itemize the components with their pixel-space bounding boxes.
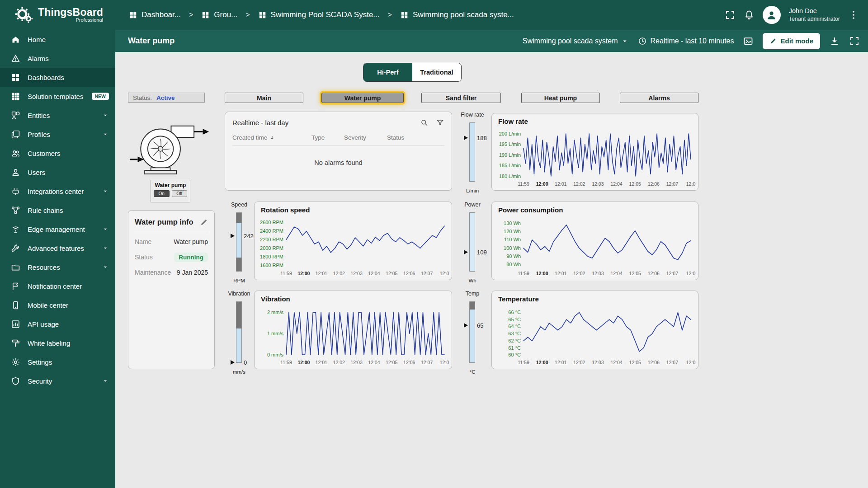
svg-text:2200 RPM: 2200 RPM bbox=[260, 237, 283, 242]
chevron-down-icon bbox=[102, 263, 109, 271]
status-badge: Running bbox=[174, 253, 208, 262]
alarms-table-header: Created timeTypeSeverityStatus bbox=[232, 134, 444, 145]
dashboard-select[interactable]: Swimming pool scada system bbox=[523, 37, 629, 45]
pump-info-card: Water pump info NameWater pumpStatusRunn… bbox=[128, 210, 215, 369]
sidebar-item-entities[interactable]: Entities bbox=[0, 106, 115, 125]
sidebar-item-edge-management[interactable]: Edge management bbox=[0, 220, 115, 239]
filter-icon[interactable] bbox=[436, 118, 444, 127]
status-label: Status: bbox=[133, 94, 152, 101]
svg-text:12:03: 12:03 bbox=[592, 271, 604, 276]
screenshot-icon[interactable] bbox=[743, 36, 754, 47]
svg-text:110 Wh: 110 Wh bbox=[504, 237, 521, 242]
dashboard-canvas: Hi-PerfTraditional Status: Active bbox=[115, 52, 868, 488]
sidebar-item-integrations-center[interactable]: Integrations center bbox=[0, 182, 115, 201]
sidebar-item-alarms[interactable]: Alarms bbox=[0, 49, 115, 68]
breadcrumb-item[interactable]: Dashboar... bbox=[129, 10, 181, 19]
avatar[interactable] bbox=[763, 6, 781, 24]
chevron-down-icon bbox=[621, 37, 629, 45]
breadcrumb-separator: > bbox=[189, 11, 193, 19]
column-status[interactable]: Status bbox=[387, 134, 404, 141]
home-icon bbox=[11, 35, 20, 44]
pencil-icon bbox=[769, 38, 777, 45]
profiles-icon bbox=[11, 130, 20, 139]
gauge-value: 109 bbox=[477, 249, 487, 255]
sidebar-item-users[interactable]: Users bbox=[0, 163, 115, 182]
svg-text:12:01: 12:01 bbox=[316, 360, 327, 365]
chevron-down-icon bbox=[102, 225, 109, 233]
sidebar-item-rule-chains[interactable]: Rule chains bbox=[0, 201, 115, 220]
pump-off-button[interactable]: Off bbox=[172, 190, 188, 197]
svg-text:100 Wh: 100 Wh bbox=[504, 245, 521, 251]
view-toggle-traditional[interactable]: Traditional bbox=[412, 63, 461, 81]
sidebar-item-api-usage[interactable]: API usage bbox=[0, 314, 115, 333]
svg-text:12:02: 12:02 bbox=[333, 360, 345, 365]
svg-text:12:05: 12:05 bbox=[629, 360, 641, 365]
view-toggle-hi-perf[interactable]: Hi-Perf bbox=[363, 63, 412, 81]
sidebar-item-settings[interactable]: Settings bbox=[0, 352, 115, 371]
sidebar-item-solution-templates[interactable]: Solution templatesNEW bbox=[0, 87, 115, 106]
column-type[interactable]: Type bbox=[311, 134, 344, 141]
sidebar-item-white-labeling[interactable]: White labeling bbox=[0, 333, 115, 352]
gauge-bar bbox=[236, 212, 242, 272]
sidebar-item-notification-center[interactable]: Notification center bbox=[0, 277, 115, 296]
sidebar-item-customers[interactable]: Customers bbox=[0, 144, 115, 163]
tab-alarms[interactable]: Alarms bbox=[620, 93, 698, 103]
edit-pencil-icon[interactable] bbox=[200, 218, 208, 226]
notifications-bell-icon[interactable] bbox=[744, 9, 755, 20]
tab-heat-pump[interactable]: Heat pump bbox=[521, 93, 600, 103]
dashboard-grid-icon bbox=[129, 11, 137, 19]
sidebar-item-advanced-features[interactable]: Advanced features bbox=[0, 239, 115, 258]
pump-info-title: Water pump info bbox=[135, 218, 193, 226]
edit-mode-button[interactable]: Edit mode bbox=[763, 33, 820, 49]
breadcrumb-item[interactable]: Grou... bbox=[201, 10, 237, 19]
tab-main[interactable]: Main bbox=[225, 93, 303, 103]
tab-sand-filter[interactable]: Sand filter bbox=[421, 93, 501, 103]
breadcrumb-item[interactable]: Swimming Pool SCADA Syste... bbox=[258, 10, 380, 19]
expand-dashboard-icon[interactable] bbox=[849, 36, 860, 47]
svg-text:12:07: 12:07 bbox=[666, 271, 678, 276]
svg-text:12:03: 12:03 bbox=[350, 271, 362, 276]
chart-title: Flow rate bbox=[498, 117, 528, 125]
user-meta: John Doe Tenant administrator bbox=[789, 7, 840, 23]
sidebar-item-security[interactable]: Security bbox=[0, 371, 115, 390]
svg-text:11:59: 11:59 bbox=[518, 360, 529, 365]
topbar: ThingsBoard Professional Dashboar...>Gro… bbox=[0, 0, 868, 30]
svg-text:2400 RPM: 2400 RPM bbox=[260, 228, 283, 234]
solution-templates-icon bbox=[11, 92, 20, 101]
svg-text:12:06: 12:06 bbox=[648, 181, 660, 187]
chart-plot: 66 °C65 °C64 °C63 °C62 °C61 °C60 °C11:59… bbox=[495, 305, 696, 366]
gauge-unit: RPM bbox=[225, 278, 254, 283]
svg-text:62 °C: 62 °C bbox=[508, 338, 521, 343]
search-icon[interactable] bbox=[420, 118, 429, 127]
tab-water-pump[interactable]: Water pump bbox=[321, 93, 404, 103]
gauge-bar bbox=[236, 301, 242, 363]
svg-text:12:00: 12:00 bbox=[536, 271, 548, 276]
toolbar-actions: Swimming pool scada system Realtime - la… bbox=[523, 33, 860, 49]
thingsboard-logo[interactable]: ThingsBoard Professional bbox=[0, 5, 115, 25]
svg-text:12:04: 12:04 bbox=[368, 271, 380, 276]
column-severity[interactable]: Severity bbox=[344, 134, 387, 141]
svg-text:195 L/min: 195 L/min bbox=[499, 141, 521, 147]
mobile-icon bbox=[11, 300, 20, 310]
gauge-label: Flow rate bbox=[458, 112, 487, 118]
breadcrumb-item[interactable]: Swimming pool scada syste... bbox=[400, 10, 514, 19]
download-icon[interactable] bbox=[829, 36, 840, 47]
chart-title: Rotation speed bbox=[261, 206, 310, 214]
svg-text:90 Wh: 90 Wh bbox=[506, 253, 521, 259]
person-icon bbox=[765, 9, 778, 21]
sidebar-item-home[interactable]: Home bbox=[0, 30, 115, 49]
time-range-button[interactable]: Realtime - last 10 minutes bbox=[638, 37, 734, 46]
pump-on-button[interactable]: On bbox=[154, 190, 170, 197]
svg-text:12:04: 12:04 bbox=[610, 271, 622, 276]
svg-text:12:0: 12:0 bbox=[686, 360, 696, 365]
pump-info-rows: NameWater pumpStatusRunningMaintenance9 … bbox=[134, 234, 209, 280]
fullscreen-icon[interactable] bbox=[725, 9, 736, 20]
sidebar-item-profiles[interactable]: Profiles bbox=[0, 125, 115, 144]
pump-switch-title: Water pump bbox=[155, 182, 186, 188]
sidebar-item-mobile-center[interactable]: Mobile center bbox=[0, 296, 115, 314]
column-created-time[interactable]: Created time bbox=[232, 134, 311, 141]
pump-switch-widget: Water pump On Off bbox=[151, 180, 190, 202]
kebab-menu-icon[interactable] bbox=[848, 9, 859, 20]
sidebar-item-dashboards[interactable]: Dashboards bbox=[0, 68, 115, 87]
sidebar-item-resources[interactable]: Resources bbox=[0, 258, 115, 277]
